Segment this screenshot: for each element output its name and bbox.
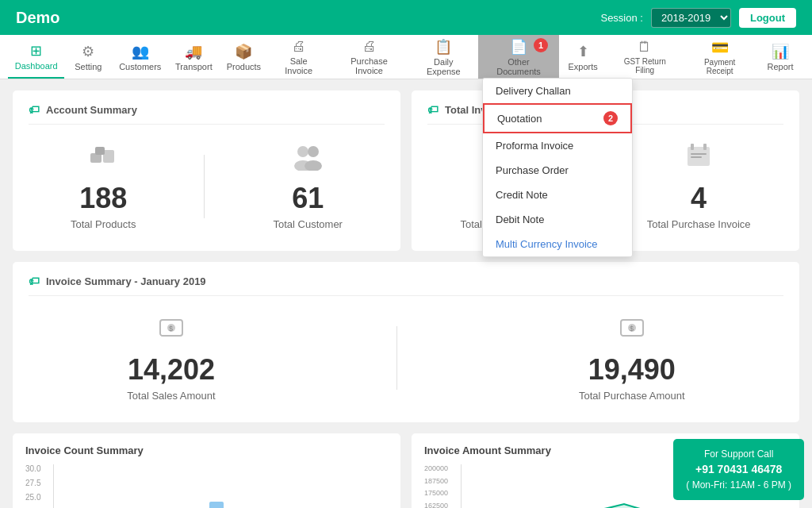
support-call-label: For Support Call bbox=[686, 447, 791, 461]
header: Demo Session : 2018-2019 Logout bbox=[0, 0, 812, 35]
daily-expense-icon: 📋 bbox=[435, 38, 452, 56]
nav-label-sale-invoice: Sale Invoice bbox=[276, 56, 321, 75]
y-axis-amount: 200000 187500 175000 162500 150000 13750… bbox=[424, 464, 451, 508]
logout-button[interactable]: Logout bbox=[739, 8, 796, 28]
transport-icon: 🚚 bbox=[185, 43, 202, 60]
header-right: Session : 2018-2019 Logout bbox=[600, 8, 796, 28]
dropdown-item-credit-note[interactable]: Credit Note bbox=[483, 183, 632, 207]
total-sales-amount-stat: $ 14,202 Total Sales Amount bbox=[111, 306, 231, 410]
dropdown-item-debit-note[interactable]: Debit Note bbox=[483, 207, 632, 232]
total-purchase-amount-label: Total Purchase Amount bbox=[579, 390, 685, 402]
dropdown-item-proforma-invoice[interactable]: Proforma Invoice bbox=[483, 133, 632, 158]
svg-point-4 bbox=[308, 146, 319, 157]
nav-item-other-documents[interactable]: 1 📄 Other Documents bbox=[478, 35, 559, 79]
dashboard-icon: ⊞ bbox=[30, 42, 42, 60]
other-documents-icon: 📄 bbox=[510, 38, 527, 56]
money-icon-2: $ bbox=[618, 314, 646, 348]
session-select[interactable]: 2018-2019 bbox=[651, 8, 731, 28]
nav-item-report[interactable]: 📊 Report bbox=[756, 35, 804, 79]
dropdown-item-multi-currency[interactable]: Multi Currency Invoice bbox=[483, 232, 632, 256]
nav-label-payment-receipt: Payment Receipt bbox=[691, 58, 749, 75]
stat-divider-3 bbox=[396, 326, 397, 390]
nav-item-sale-invoice[interactable]: 🖨 Sale Invoice bbox=[268, 35, 329, 79]
bookmark-icon-3: 🏷 bbox=[29, 275, 40, 287]
nav-item-products[interactable]: 📦 Products bbox=[220, 35, 268, 79]
money-icon-1: $ bbox=[157, 314, 186, 348]
bar-9 bbox=[209, 502, 224, 508]
bookmark-icon-2: 🏷 bbox=[427, 103, 439, 116]
nav-item-exports[interactable]: ⬆ Exports bbox=[559, 35, 607, 79]
nav-item-purchase-invoice[interactable]: 🖨 Purchase Invoice bbox=[329, 35, 409, 79]
purchase-invoice-icon-stat bbox=[684, 142, 713, 177]
y-axis-count: 30.0 27.5 25.0 22.5 20.0 17.5 15.0 bbox=[25, 464, 44, 508]
support-hours: ( Mon-Fri: 11AM - 6 PM ) bbox=[686, 478, 791, 492]
nav-item-daily-expense[interactable]: 📋 Daily Expense bbox=[409, 35, 478, 79]
nav-label-transport: Transport bbox=[175, 62, 213, 71]
nav-item-customers[interactable]: 👥 Customers bbox=[112, 35, 168, 79]
total-purchase-amount-stat: $ 19,490 Total Purchase Amount bbox=[563, 306, 701, 410]
svg-text:$: $ bbox=[169, 325, 173, 333]
bar-chart bbox=[53, 464, 388, 508]
exports-icon: ⬆ bbox=[577, 43, 589, 60]
nav-item-transport[interactable]: 🚚 Transport bbox=[168, 35, 220, 79]
invoice-count-title: Invoice Count Summary bbox=[25, 444, 388, 456]
customers-group-icon bbox=[292, 142, 324, 177]
total-customer-label: Total Customer bbox=[274, 218, 343, 230]
nav-item-gst-return[interactable]: 🗒 GST Return Filing bbox=[607, 35, 683, 79]
total-purchase-invoice-number: 4 bbox=[691, 182, 707, 215]
top-cards-row: 🏷 Account Summary 188 Total Products bbox=[13, 90, 799, 251]
customers-icon: 👥 bbox=[132, 43, 149, 60]
total-purchase-invoice-stat: 4 Total Purchase Invoice bbox=[631, 134, 767, 238]
svg-rect-1 bbox=[103, 150, 114, 163]
total-products-stat: 188 Total Products bbox=[55, 134, 151, 238]
nav-label-purchase-invoice: Purchase Invoice bbox=[337, 56, 401, 75]
svg-rect-12 bbox=[691, 144, 694, 150]
setting-icon: ⚙ bbox=[82, 43, 94, 60]
total-products-label: Total Products bbox=[71, 218, 136, 230]
invoice-summary-title: Invoice Summary - January 2019 bbox=[46, 275, 206, 287]
other-documents-dropdown: Delivery Challan Quotation 2 Proforma In… bbox=[482, 78, 633, 257]
nav-label-dashboard: Dashboard bbox=[15, 61, 58, 71]
svg-rect-13 bbox=[703, 144, 707, 150]
nav-item-dashboard[interactable]: ⊞ Dashboard bbox=[8, 35, 64, 79]
total-products-number: 188 bbox=[79, 182, 127, 215]
nav-label-customers: Customers bbox=[119, 62, 161, 71]
account-summary-inner: 188 Total Products 61 Total Custome bbox=[29, 134, 385, 238]
nav-label-gst-return: GST Return Filing bbox=[615, 57, 675, 75]
total-purchase-invoice-label: Total Purchase Invoice bbox=[647, 218, 751, 230]
nav-item-setting[interactable]: ⚙ Setting bbox=[64, 35, 112, 79]
svg-point-3 bbox=[297, 146, 308, 157]
support-call-widget: For Support Call +91 70431 46478 ( Mon-F… bbox=[673, 439, 804, 500]
dropdown-item-purchase-order[interactable]: Purchase Order bbox=[483, 158, 632, 183]
svg-rect-2 bbox=[95, 147, 105, 155]
other-docs-badge: 1 bbox=[534, 38, 548, 52]
account-summary-header: 🏷 Account Summary bbox=[29, 103, 385, 125]
invoice-count-chart: Invoice Count Summary 30.0 27.5 25.0 22.… bbox=[13, 433, 400, 508]
invoice-summary-card: 🏷 Invoice Summary - January 2019 $ 14,20… bbox=[13, 262, 799, 422]
invoice-count-chart-area: 30.0 27.5 25.0 22.5 20.0 17.5 15.0 bbox=[25, 464, 388, 508]
svg-text:$: $ bbox=[630, 325, 634, 333]
account-summary-title: Account Summary bbox=[46, 104, 137, 116]
nav-label-exports: Exports bbox=[568, 62, 597, 71]
gst-return-icon: 🗒 bbox=[638, 39, 652, 56]
total-sales-amount-number: 14,202 bbox=[128, 353, 215, 387]
dropdown-item-quotation[interactable]: Quotation 2 bbox=[483, 103, 632, 133]
navbar: ⊞ Dashboard ⚙ Setting 👥 Customers 🚚 Tran… bbox=[0, 35, 812, 79]
dropdown-item-delivery-challan[interactable]: Delivery Challan bbox=[483, 79, 632, 103]
invoice-summary-inner: $ 14,202 Total Sales Amount $ 19,490 Tot… bbox=[29, 306, 783, 410]
nav-label-setting: Setting bbox=[75, 62, 102, 71]
invoice-summary-header: 🏷 Invoice Summary - January 2019 bbox=[29, 275, 783, 296]
bookmark-icon: 🏷 bbox=[29, 103, 40, 116]
boxes-icon bbox=[87, 142, 119, 177]
session-label: Session : bbox=[600, 12, 642, 24]
report-icon: 📊 bbox=[772, 43, 789, 60]
total-customer-stat: 61 Total Customer bbox=[258, 134, 358, 238]
quotation-badge: 2 bbox=[603, 111, 618, 125]
nav-item-payment-receipt[interactable]: 💳 Payment Receipt bbox=[683, 35, 756, 79]
svg-rect-14 bbox=[691, 153, 707, 155]
sale-invoice-icon: 🖨 bbox=[292, 38, 306, 55]
nav-label-products: Products bbox=[227, 62, 261, 71]
total-purchase-amount-number: 19,490 bbox=[588, 353, 676, 387]
total-sales-amount-label: Total Sales Amount bbox=[127, 390, 215, 402]
total-customer-number: 61 bbox=[292, 182, 324, 215]
